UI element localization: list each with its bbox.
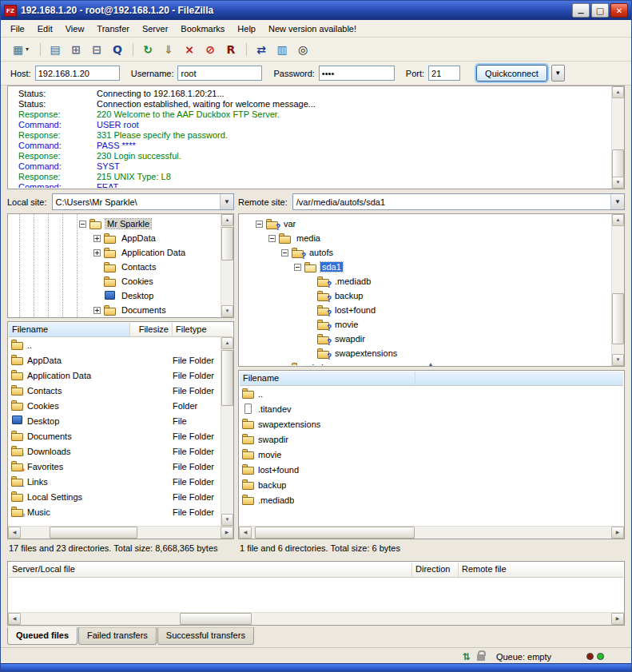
tree-item[interactable]: swapextensions	[240, 346, 610, 360]
menu-item[interactable]: File	[4, 21, 31, 37]
log-scrollbar[interactable]: ▲ ▼	[611, 86, 624, 189]
column-header-filesize[interactable]: Filesize	[130, 323, 173, 337]
username-input[interactable]	[177, 66, 262, 81]
local-tree-toggle[interactable]: ⊞	[66, 40, 85, 59]
queue-tab[interactable]: Queued files	[7, 627, 78, 645]
column-header-filename[interactable]: Filename	[9, 323, 130, 337]
message-log-toggle[interactable]: ▤	[46, 40, 65, 59]
column-header-filetype[interactable]: Filetype	[173, 323, 233, 337]
local-site-combobox[interactable]: C:\Users\Mr Sparkle\ ▼	[52, 193, 234, 210]
file-row[interactable]: movie	[240, 447, 623, 462]
cancel-button[interactable]: ×	[180, 40, 199, 59]
tree-item[interactable]: backup	[240, 288, 610, 303]
scrollbar-thumb[interactable]	[50, 527, 137, 539]
file-row[interactable]: Desktop File	[9, 413, 220, 428]
tree-item[interactable]: sda1	[240, 260, 610, 274]
file-row[interactable]: ..	[240, 386, 623, 401]
scroll-up-button[interactable]: ▲	[221, 337, 233, 349]
menu-item[interactable]: New version available!	[262, 21, 363, 37]
tree-expander[interactable]	[79, 221, 86, 228]
scrollbar-thumb[interactable]	[612, 149, 624, 178]
port-input[interactable]	[428, 66, 460, 81]
file-row[interactable]: Local Settings File Folder	[9, 489, 220, 504]
scroll-left-button[interactable]: ◀	[239, 527, 252, 539]
tree-item[interactable]: AppData	[9, 231, 220, 245]
password-input[interactable]	[319, 66, 395, 81]
tree-item[interactable]: Mr Sparkle	[9, 217, 220, 231]
remote-list-hscrollbar[interactable]: ◀ ▶	[239, 526, 624, 539]
scroll-down-button[interactable]: ▼	[221, 514, 233, 526]
scroll-down-button[interactable]: ▼	[612, 354, 624, 366]
queue-tab[interactable]: Failed transfers	[78, 627, 157, 645]
menu-item[interactable]: Server	[136, 21, 174, 37]
scrollbar-thumb[interactable]	[221, 227, 233, 260]
minimize-button[interactable]	[572, 3, 590, 18]
chevron-down-icon[interactable]: ▼	[610, 194, 624, 209]
file-row[interactable]: Cookies Folder	[9, 398, 220, 413]
scroll-up-button[interactable]: ▲	[612, 86, 624, 98]
chevron-down-icon[interactable]: ▼	[220, 194, 233, 209]
column-header-direction[interactable]: Direction	[412, 563, 459, 578]
tree-expander[interactable]	[256, 221, 263, 228]
tree-item[interactable]: media	[240, 231, 610, 245]
menu-item[interactable]: Help	[231, 21, 262, 37]
tree-item[interactable]: Cookies	[9, 274, 220, 288]
column-header-filename[interactable]: Filename	[240, 372, 415, 386]
menu-item[interactable]: Bookmarks	[174, 21, 231, 37]
file-row[interactable]: Contacts File Folder	[9, 383, 220, 398]
process-queue-button[interactable]: ⇓	[159, 40, 178, 59]
scrollbar-thumb[interactable]	[255, 527, 415, 539]
titlebar[interactable]: FZ 192.168.1.20 - root@192.168.1.20 - Fi…	[1, 1, 631, 20]
scroll-right-button[interactable]: ▶	[221, 527, 233, 539]
scrollbar-thumb[interactable]	[612, 293, 624, 345]
find-files-button[interactable]: ◎	[293, 40, 312, 59]
quickconnect-dropdown-button[interactable]: ▼	[551, 65, 565, 82]
scroll-left-button[interactable]: ◀	[8, 613, 21, 625]
tree-item[interactable]: swapdir	[240, 332, 610, 346]
tree-expander[interactable]	[93, 307, 101, 314]
file-row[interactable]: .titandev	[240, 401, 623, 416]
column-header-server-local-file[interactable]: Server/Local file	[9, 563, 412, 578]
remote-site-combobox[interactable]: /var/media/autofs/sda1 ▼	[292, 193, 625, 210]
tree-expander[interactable]	[93, 235, 101, 242]
reconnect-button[interactable]: R	[221, 40, 240, 59]
refresh-button[interactable]: ↻	[138, 40, 157, 59]
host-input[interactable]	[35, 66, 120, 81]
tree-item[interactable]: var	[240, 217, 610, 231]
queue-hscrollbar[interactable]: ◀ ▶	[8, 612, 624, 625]
scroll-right-button[interactable]: ▶	[611, 527, 624, 539]
tree-item[interactable]: Contacts	[9, 260, 220, 274]
scroll-right-button[interactable]: ▶	[611, 613, 624, 625]
tree-expander[interactable]	[93, 249, 101, 256]
file-row[interactable]: backup	[240, 477, 623, 492]
speed-limits-icon[interactable]: ⇅	[463, 651, 471, 662]
synchronized-browsing-toggle[interactable]: ⇄	[252, 40, 271, 59]
tree-expander[interactable]	[281, 249, 288, 256]
tree-item[interactable]: movie	[240, 317, 610, 332]
tree-item[interactable]: Desktop	[9, 288, 220, 303]
local-tree-scrollbar[interactable]: ▲ ▼	[221, 214, 233, 317]
file-row[interactable]: Music File Folder	[9, 504, 220, 519]
file-row[interactable]: Application Data File Folder	[9, 368, 220, 383]
menu-item[interactable]: View	[59, 21, 91, 37]
tree-item[interactable]: autofs	[240, 245, 610, 260]
tree-item[interactable]: .mediadb	[240, 274, 610, 288]
tree-expander[interactable]	[294, 264, 301, 271]
remote-tree-scrollbar[interactable]: ▲ ▼	[611, 214, 624, 366]
scroll-down-button[interactable]: ▼	[221, 305, 233, 317]
disconnect-button[interactable]: ⊘	[201, 40, 220, 59]
tree-expander[interactable]	[268, 235, 276, 242]
scroll-up-button[interactable]: ▲	[221, 214, 233, 226]
scrollbar-thumb[interactable]	[221, 350, 233, 406]
column-header-remote-file[interactable]: Remote file	[459, 563, 623, 578]
file-row[interactable]: AppData File Folder	[9, 352, 220, 368]
file-row[interactable]: swapextensions	[240, 416, 623, 431]
transfer-queue-toggle[interactable]: Q	[108, 40, 127, 59]
file-row[interactable]: .mediadb	[240, 492, 623, 507]
local-list-vscrollbar[interactable]: ▲ ▼	[221, 337, 233, 526]
queue-tab[interactable]: Successful transfers	[157, 627, 254, 645]
scroll-up-button[interactable]: ▲	[612, 214, 624, 226]
directory-comparison-toggle[interactable]: ▥	[272, 40, 292, 59]
quickconnect-button[interactable]: Quickconnect	[476, 65, 547, 82]
file-row[interactable]: Downloads File Folder	[9, 443, 220, 459]
